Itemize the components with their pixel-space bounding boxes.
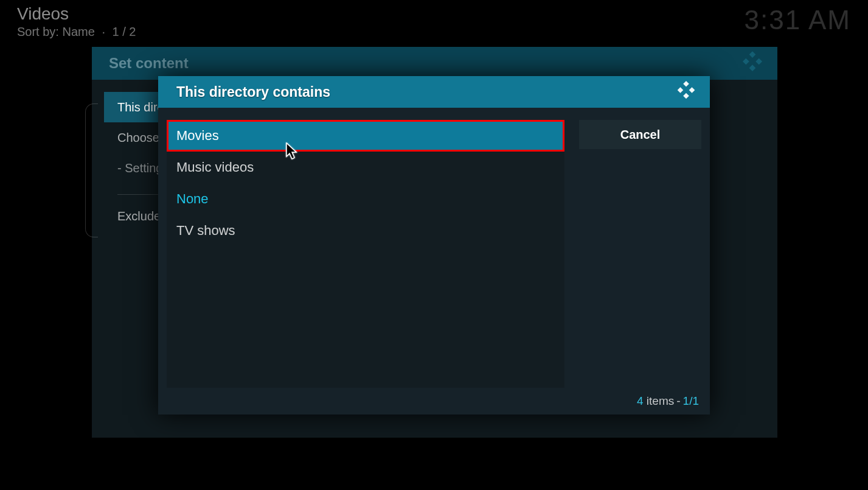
option-none[interactable]: None [167,183,564,215]
svg-rect-0 [749,51,756,58]
svg-rect-5 [678,87,684,93]
directory-contains-dialog: This directory contains Movies Music vid… [158,76,710,415]
sort-line[interactable]: Sort by: Name · 1 / 2 [17,25,136,39]
footer-page: 1/1 [683,394,699,408]
svg-rect-4 [683,81,689,87]
dialog-cancel-label: Cancel [620,128,661,142]
footer-dash: - [676,394,680,408]
set-content-title: Set content [109,55,189,72]
set-content-header: Set content [92,47,777,80]
clock: 3:31 AM [745,5,851,35]
top-bar: Videos Sort by: Name · 1 / 2 3:31 AM [17,5,851,39]
dialog-body: Movies Music videos None TV shows Cancel [158,108,710,388]
svg-rect-3 [749,65,756,71]
option-label: TV shows [176,223,235,239]
footer-count: 4 [637,394,644,408]
option-label: Movies [176,128,219,144]
option-tv-shows[interactable]: TV shows [167,215,564,247]
dialog-title: This directory contains [176,84,330,100]
option-music-videos[interactable]: Music videos [167,152,564,183]
dialog-footer: 4 items - 1/1 [158,388,710,415]
svg-rect-6 [689,87,695,93]
options-list: Movies Music videos None TV shows [167,120,564,388]
sort-sep: · [102,25,105,38]
dialog-side: Cancel [564,108,710,388]
option-movies[interactable]: Movies [167,120,564,152]
option-label: Music videos [176,159,254,175]
sort-page: 1 / 2 [113,25,136,38]
dialog-cancel-button[interactable]: Cancel [579,120,701,149]
option-label: None [176,191,209,207]
section-title: Videos [17,5,136,24]
top-bar-right: 3:31 AM [745,5,851,35]
svg-rect-2 [755,58,762,65]
sort-prefix: Sort by: [17,25,59,38]
kodi-logo-icon [676,80,696,104]
top-bar-left: Videos Sort by: Name · 1 / 2 [17,5,136,39]
dialog-header: This directory contains [158,76,710,108]
footer-items-word: items [647,394,674,408]
svg-rect-7 [683,93,689,99]
svg-rect-1 [743,58,749,65]
sort-value: Name [62,25,94,38]
kodi-logo-icon [741,50,764,77]
